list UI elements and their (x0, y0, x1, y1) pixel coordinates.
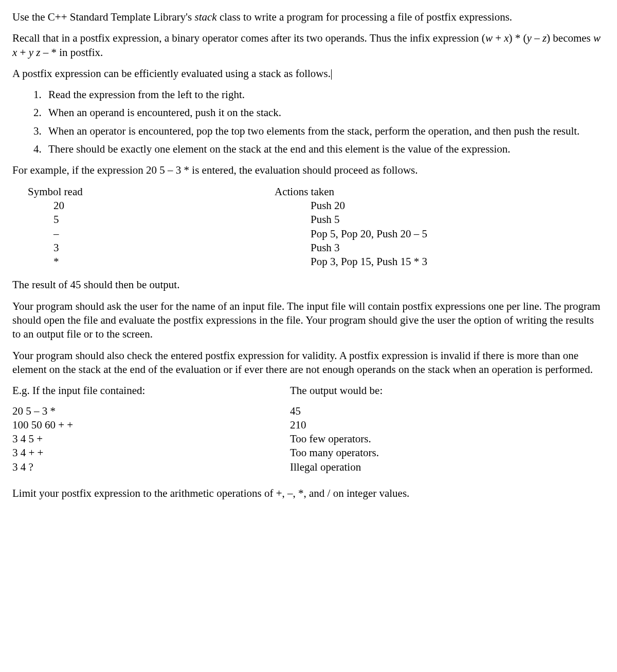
io-output: Too many operators. (290, 446, 605, 460)
text: + (493, 32, 504, 44)
step-item: There should be exactly one element on t… (44, 142, 605, 156)
trace-table: Symbol read Actions taken 20 Push 20 5 P… (28, 185, 605, 269)
io-output: Too few operators. (290, 432, 605, 446)
paragraph-postfix-def: Recall that in a postfix expression, a b… (12, 31, 605, 60)
io-row: 3 4 + + Too many operators. (12, 446, 605, 460)
trace-symbol: – (28, 227, 300, 241)
var-y: y (527, 32, 532, 44)
io-input: 3 4 ? (12, 460, 290, 474)
io-row: 3 4 ? Illegal operation (12, 460, 605, 474)
text: – * in postfix. (40, 46, 103, 59)
text-cursor-icon (331, 69, 332, 80)
io-input: 3 4 5 + (12, 432, 290, 446)
io-input: 3 4 + + (12, 446, 290, 460)
io-row: 100 50 60 + + 210 (12, 418, 605, 432)
io-output: 210 (290, 418, 605, 432)
trace-row: 5 Push 5 (28, 213, 605, 227)
trace-action: Push 5 (300, 213, 605, 227)
var-yz: y z (29, 46, 41, 59)
io-input: 20 5 – 3 * (12, 404, 290, 418)
paragraph-stack-eval: A postfix expression can be efficiently … (12, 67, 605, 81)
text: – (532, 32, 542, 44)
trace-action: Push 3 (300, 241, 605, 255)
trace-row: * Pop 3, Pop 15, Push 15 * 3 (28, 255, 605, 269)
text: ) becomes (547, 32, 593, 44)
trace-action: Pop 3, Pop 15, Push 15 * 3 (300, 255, 605, 269)
paragraph-file-io: Your program should ask the user for the… (12, 300, 605, 342)
paragraph-example-intro: For example, if the expression 20 5 – 3 … (12, 163, 605, 177)
trace-symbol: 20 (28, 199, 300, 213)
paragraph-validity: Your program should also check the enter… (12, 349, 605, 377)
trace-symbol: 5 (28, 213, 300, 227)
text: + (17, 46, 28, 59)
steps-list: Read the expression from the left to the… (12, 88, 605, 156)
io-row: 3 4 5 + Too few operators. (12, 432, 605, 446)
var-z: z (542, 32, 547, 44)
step-item: When an operand is encountered, push it … (44, 106, 605, 120)
trace-symbol: * (28, 255, 300, 269)
io-header-input: E.g. If the input file contained: (12, 384, 290, 398)
io-output: 45 (290, 404, 605, 418)
italic-stack: stack (195, 11, 217, 23)
io-output: Illegal operation (290, 460, 605, 474)
io-header-row: E.g. If the input file contained: The ou… (12, 384, 605, 398)
io-input: 100 50 60 + + (12, 418, 290, 432)
trace-row: 20 Push 20 (28, 199, 605, 213)
trace-header-actions: Actions taken (275, 185, 605, 199)
io-table: E.g. If the input file contained: The ou… (12, 384, 605, 474)
paragraph-limit: Limit your postfix expression to the ari… (12, 487, 605, 500)
trace-row: 3 Push 3 (28, 241, 605, 255)
text: A postfix expression can be efficiently … (12, 67, 331, 80)
text: Use the C++ Standard Template Library's (12, 11, 195, 23)
io-row: 20 5 – 3 * 45 (12, 404, 605, 418)
step-item: When an operator is encountered, pop the… (44, 124, 605, 138)
trace-action: Push 20 (300, 199, 605, 213)
paragraph-intro-stack: Use the C++ Standard Template Library's … (12, 10, 605, 24)
text: Recall that in a postfix expression, a b… (12, 32, 485, 44)
text: class to write a program for processing … (217, 11, 512, 23)
trace-action: Pop 5, Pop 20, Push 20 – 5 (300, 227, 605, 241)
var-w: w (485, 32, 493, 44)
trace-header-row: Symbol read Actions taken (28, 185, 605, 199)
paragraph-result: The result of 45 should then be output. (12, 278, 605, 292)
trace-symbol: 3 (28, 241, 300, 255)
var-x: x (504, 32, 509, 44)
io-header-output: The output would be: (290, 384, 605, 398)
step-item: Read the expression from the left to the… (44, 88, 605, 102)
text: ) * ( (509, 32, 527, 44)
trace-row: – Pop 5, Pop 20, Push 20 – 5 (28, 227, 605, 241)
trace-header-symbol: Symbol read (28, 185, 275, 199)
